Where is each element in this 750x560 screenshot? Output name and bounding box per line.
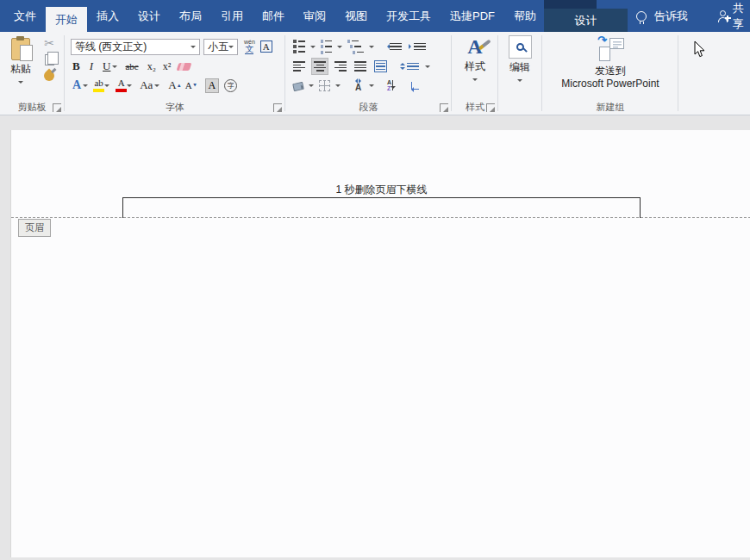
header-text[interactable]: 1 秒删除页眉下横线 [122,183,641,197]
subscript-button[interactable]: x₂ [146,58,158,75]
editing-button[interactable]: 编辑 [499,35,541,84]
send-to-powerpoint-button[interactable]: ↷ 发送到 Microsoft PowerPoint [543,37,678,90]
copy-icon[interactable] [45,54,54,65]
clipboard-icon [11,38,30,60]
header-underline-right-tick [640,197,641,218]
chevron-down-icon [369,84,374,90]
character-shading-button[interactable]: A [205,78,220,93]
font-name-value: 等线 (西文正文) [75,40,147,54]
cut-icon[interactable]: ✂ [44,37,54,49]
bullets-button[interactable] [291,38,307,55]
send-to-powerpoint-icon: ↷ [597,37,624,61]
font-size-combobox[interactable]: 小五 [203,39,238,55]
align-left-button[interactable] [291,58,307,75]
font-group-label: 字体 [66,101,284,114]
show-hide-marks-button[interactable] [407,77,421,94]
character-border-icon[interactable]: A [260,40,272,53]
distribute-button[interactable] [372,58,389,75]
tab-home[interactable]: 开始 [46,7,87,32]
page[interactable]: 1 秒删除页眉下横线 页眉 [10,130,750,557]
new-group-label: 新建组 [543,101,678,114]
header-boundary-dashed-line [11,217,750,218]
clear-formatting-icon[interactable] [177,63,192,71]
chevron-down-icon [337,46,342,51]
chevron-down-icon [472,78,478,84]
tab-layout[interactable]: 布局 [170,0,211,32]
font-dialog-launcher[interactable] [273,103,282,112]
tab-developer[interactable]: 开发工具 [377,0,441,32]
styles-button[interactable]: A 样式 [453,35,497,84]
sort-button[interactable]: AZ [385,77,395,94]
strikethrough-button[interactable]: abc [123,58,140,75]
grow-font-button[interactable]: A▲ [166,77,183,94]
ribbon-home: 粘贴 ✂ 剪贴板 等线 (西文正文) 小五 wén 文 A B [0,32,750,115]
enclose-characters-button[interactable]: 字 [224,79,237,92]
header-underline-left-tick [122,197,123,218]
search-icon [516,43,524,51]
tell-me-button[interactable]: 告诉我 [636,0,688,32]
bold-button[interactable]: B [71,58,82,75]
tab-file[interactable]: 文件 [4,0,46,32]
tab-view[interactable]: 视图 [335,0,377,32]
paragraph-dialog-launcher[interactable] [440,103,448,112]
decrease-indent-button[interactable] [383,38,403,55]
person-plus-icon [718,10,728,22]
chevron-down-icon [127,84,132,90]
chevron-down-icon [83,84,88,90]
tab-insert[interactable]: 插入 [87,0,128,32]
chevron-down-icon [191,46,196,51]
font-name-combobox[interactable]: 等线 (西文正文) [71,39,200,55]
align-right-button[interactable] [333,58,348,75]
chevron-down-icon [310,46,316,51]
borders-button[interactable] [317,77,332,94]
phonetic-guide-icon[interactable]: wén 文 [244,39,255,54]
text-effects-button[interactable]: A [71,77,83,94]
chevron-down-icon [112,65,117,71]
highlight-color-button[interactable]: ab [93,78,104,92]
contextual-tab-group-marker [544,0,597,9]
justify-button[interactable] [353,58,368,75]
chevron-down-icon [425,65,430,71]
tab-header-footer-design[interactable]: 设计 [544,9,628,32]
tab-mailings[interactable]: 邮件 [253,0,294,32]
editing-button-label: 编辑 [509,60,530,75]
header-tag: 页眉 [18,219,51,237]
chevron-down-icon [18,81,23,86]
font-color-button[interactable]: A [116,78,127,92]
tab-references[interactable]: 引用 [211,0,253,32]
font-size-value: 小五 [208,40,228,54]
shrink-font-button[interactable]: A▲ [184,77,199,94]
lightbulb-icon [636,11,647,22]
character-scaling-button[interactable]: A [351,77,366,94]
chevron-down-icon [154,84,159,90]
send-label-line1: 发送到 [595,65,626,78]
curved-arrow-icon: ↷ [597,34,607,47]
increase-indent-button[interactable] [407,38,428,55]
numbering-button[interactable] [319,38,334,55]
tab-review[interactable]: 审阅 [294,0,335,32]
tell-me-label: 告诉我 [654,9,688,24]
group-clipboard: 粘贴 ✂ 剪贴板 [0,32,64,115]
change-case-button[interactable]: Aa [138,77,154,94]
styles-dialog-launcher[interactable] [486,103,495,112]
chevron-down-icon [104,84,109,90]
find-icon-box [509,35,532,59]
mouse-cursor [694,40,706,59]
chevron-down-icon [517,79,522,84]
header-underline [122,197,641,198]
clipboard-dialog-launcher[interactable] [53,103,61,112]
paste-button[interactable]: 粘贴 [4,36,37,105]
line-spacing-button[interactable] [398,58,421,75]
shading-button[interactable] [291,77,305,94]
multilevel-list-button[interactable] [346,38,366,55]
tab-design[interactable]: 设计 [128,0,170,32]
chevron-down-icon [335,84,341,90]
share-button[interactable]: 共享 [718,0,750,32]
tab-help[interactable]: 帮助 [504,0,546,32]
superscript-button[interactable]: x² [161,58,173,75]
align-center-button[interactable] [311,58,328,75]
underline-button[interactable]: U [101,58,112,75]
tab-pdf[interactable]: 迅捷PDF [441,0,504,32]
italic-button[interactable]: I [88,58,95,75]
format-painter-icon[interactable] [42,69,57,84]
